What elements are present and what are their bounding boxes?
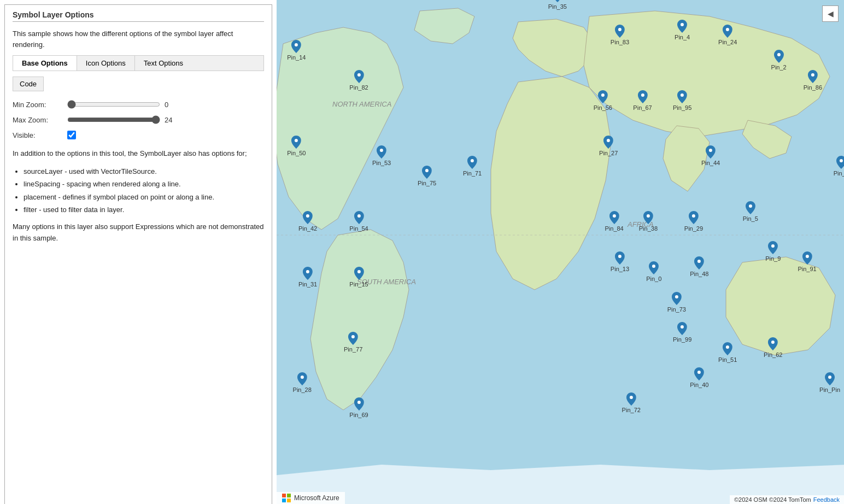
pin-label: Pin_95	[673, 104, 691, 111]
feedback-link[interactable]: Feedback	[813, 496, 840, 503]
pin-icon	[553, 0, 562, 2]
pin-icon	[303, 211, 313, 224]
visible-checkbox[interactable]	[67, 131, 76, 139]
pin-marker: Pin_27	[599, 136, 618, 156]
pin-label: Pin_50	[287, 150, 306, 156]
pin-label: Pin_9	[765, 255, 781, 262]
pin-label: Pin_91	[798, 266, 816, 272]
pin-icon	[768, 337, 778, 350]
pin-marker: Pin_29	[684, 211, 703, 232]
svg-point-12	[811, 73, 814, 77]
pin-icon	[723, 25, 732, 38]
svg-point-31	[618, 255, 622, 258]
pin-marker: Pin_0	[646, 261, 661, 282]
min-zoom-row: Min Zoom: 0	[13, 100, 264, 109]
svg-point-13	[601, 93, 605, 97]
svg-point-7	[357, 73, 360, 77]
list-item: placement - defines if symbol placed on …	[24, 191, 264, 203]
pin-marker: Pin_86	[804, 70, 822, 91]
pin-label: Pin_72	[622, 407, 641, 413]
pin-label: Pin_0	[646, 276, 661, 282]
pin-icon	[808, 70, 818, 83]
pin-label: Pin_27	[599, 150, 618, 156]
pin-label: Pin_40	[690, 382, 708, 388]
tab-icon-options[interactable]: Icon Options	[77, 56, 135, 71]
pin-icon	[303, 267, 313, 280]
pin-marker: Pin_67	[633, 90, 652, 111]
info-text: In addition to the options in this tool,…	[13, 148, 264, 160]
pin-icon	[643, 211, 653, 224]
pin-label: Pin_56	[594, 104, 612, 111]
extra-text: Many options in this layer also support …	[13, 221, 264, 244]
pin-label: Pin_35	[548, 3, 567, 10]
pin-marker: Pin_5	[743, 201, 758, 222]
pin-icon	[297, 372, 307, 385]
min-zoom-slider[interactable]	[67, 100, 160, 109]
tab-text-options[interactable]: Text Options	[135, 56, 192, 71]
tab-base-options[interactable]: Base Options	[13, 56, 77, 71]
svg-point-37	[351, 335, 355, 338]
pin-marker: Pin_91	[798, 251, 816, 272]
panel-description: This sample shows how the different opti…	[13, 28, 264, 50]
pin-label: Pin_84	[605, 225, 623, 232]
pin-label: Pin_14	[287, 54, 306, 61]
pin-icon	[637, 90, 647, 103]
pin-label: Pin_44	[701, 160, 720, 166]
svg-point-6	[295, 43, 298, 46]
pin-marker: Pin_38	[639, 211, 658, 232]
map-back-button[interactable]: ◀	[822, 5, 839, 22]
pin-icon	[348, 332, 358, 345]
pin-icon	[354, 211, 364, 224]
svg-point-21	[709, 149, 712, 152]
pin-label: Pin_67	[633, 104, 652, 111]
svg-point-40	[771, 341, 775, 344]
pin-marker: Pin_99	[673, 322, 691, 343]
list-item: sourceLayer - used with VectorTileSource…	[24, 165, 264, 178]
svg-point-20	[607, 139, 610, 142]
pin-icon	[467, 156, 477, 169]
pin-marker: Pin_75	[418, 166, 436, 186]
map-container[interactable]: NORTH AMERICA SOUTH AMERICA AFRICA Pin_3…	[277, 0, 844, 504]
pin-label: Pin_4	[675, 34, 690, 40]
pin-label: Pin_73	[667, 306, 686, 313]
pin-icon	[354, 267, 364, 280]
svg-point-22	[840, 159, 843, 162]
pin-label: Pin_42	[298, 225, 317, 232]
pin-label: Pin_2	[771, 64, 787, 71]
pin-label: Pin_Pin	[819, 386, 840, 393]
pin-label: Pin_82	[349, 84, 368, 91]
pin-icon	[768, 241, 778, 254]
pin-label: Pin_38	[639, 225, 658, 232]
pin-icon	[377, 145, 386, 159]
max-zoom-value: 24	[165, 116, 178, 124]
pin-marker: Pin_13	[611, 251, 629, 272]
pin-marker: Pin_84	[605, 211, 623, 232]
pin-icon	[694, 367, 704, 380]
svg-point-17	[380, 149, 383, 152]
svg-point-18	[425, 169, 429, 172]
code-tab[interactable]: Code	[13, 77, 44, 91]
pin-icon	[836, 156, 844, 169]
pin-label: Pin_51	[718, 356, 737, 363]
svg-point-29	[771, 244, 775, 248]
pin-label: Pin_77	[344, 346, 362, 353]
pin-icon	[603, 136, 613, 149]
svg-point-35	[357, 270, 360, 273]
pin-marker: Pin_71	[463, 156, 482, 177]
max-zoom-slider[interactable]	[67, 115, 160, 124]
svg-point-8	[618, 28, 622, 31]
svg-point-34	[306, 270, 309, 273]
pin-label: Pin_13	[611, 266, 629, 272]
azure-logo: Microsoft Azure	[277, 492, 345, 504]
pin-icon	[598, 90, 608, 103]
pin-label: Pin_69	[349, 412, 368, 418]
pin-marker: Pin_51	[718, 342, 737, 363]
min-zoom-label: Min Zoom:	[13, 101, 62, 109]
list-item: filter - used to filter data in layer.	[24, 203, 264, 216]
max-zoom-row: Max Zoom: 24	[13, 115, 264, 124]
pin-marker: Pin_50	[287, 136, 306, 156]
svg-point-24	[357, 214, 360, 218]
pin-label: Pin_48	[690, 271, 708, 277]
pin-marker: Pin_Pin	[819, 372, 840, 393]
pin-icon	[677, 90, 687, 103]
